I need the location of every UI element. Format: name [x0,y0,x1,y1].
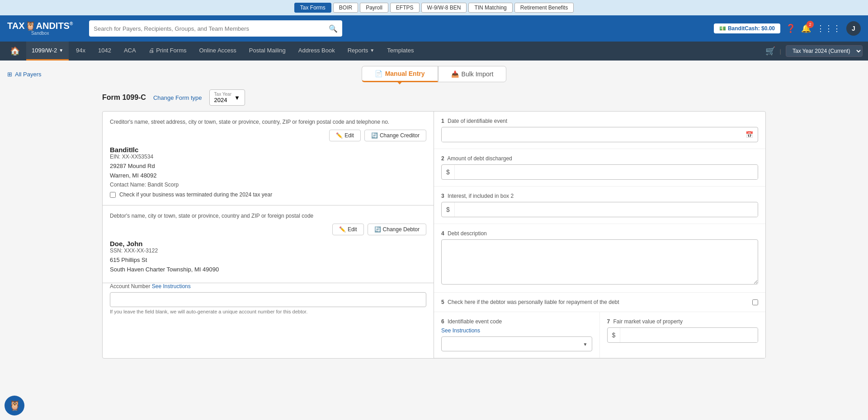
topbar-payroll[interactable]: Payroll [360,3,388,13]
fair-market-input[interactable] [620,328,758,342]
contact-name: Bandit Scorp [147,182,179,188]
cart-icon[interactable]: 🛒 [765,46,775,56]
field-4-description: 4 Debt description [434,224,765,293]
amount-input[interactable]: 480.00 [455,165,758,179]
nav-right: 🛒 | Tax Year 2024 (Current) [765,45,863,57]
tab-active-indicator [396,81,403,84]
help-button[interactable]: ❓ [786,23,796,33]
debt-description-textarea[interactable] [441,239,758,285]
apps-button[interactable]: ⋮⋮⋮ [816,23,841,33]
field-2-label: 2 Amount of debt discharged [441,155,758,162]
field-2-amount: 2 Amount of debt discharged $ 480.00 [434,149,765,187]
nav-item-postal-mailing[interactable]: Postal Mailing [244,42,291,61]
nav-item-aca[interactable]: ACA [118,42,142,61]
debtor-edit-icon: ✏️ [339,226,346,233]
debtor-section-label: Debtor's name, city or town, state or pr… [110,213,426,219]
account-see-instructions-link[interactable]: See Instructions [152,283,191,289]
form-title: Form 1099-C [102,93,146,102]
field-6-see-instructions[interactable]: See Instructions [441,327,592,334]
change-creditor-icon: 🔄 [371,132,378,139]
chevron-down-icon-taxyear: ▼ [234,94,240,101]
nav: 🏠 1099/W-2 ▼ 94x 1042 ACA 🖨 Print Forms … [0,42,868,61]
tax-year-select[interactable]: Tax Year 2024 (Current) [786,45,863,57]
nav-item-online-access[interactable]: Online Access [193,42,241,61]
form-right: 1 Date of identifiable event 12/30/2024 … [434,112,765,358]
avatar[interactable]: J [846,21,861,36]
topbar-boir[interactable]: BOIR [333,3,358,13]
debtor-address1: 615 Phillips St [110,257,426,263]
bandit-cash-icon: 💵 [719,25,726,32]
field-6-event-code: 6 Identifiable event code See Instructio… [434,312,600,358]
creditor-terminated-label: Check if your business was terminated du… [119,191,272,198]
interest-input[interactable]: 0.00 [455,203,758,217]
debtor-change-button[interactable]: 🔄 Change Debtor [368,224,426,235]
form-left: Creditor's name, street address, city or… [103,112,434,358]
nav-item-reports[interactable]: Reports ▼ [342,42,380,61]
debtor-address2: South Haven Charter Township, MI 49090 [110,266,426,273]
event-code-select[interactable] [441,336,592,351]
event-code-select-wrapper [441,336,592,351]
search-input[interactable] [94,25,329,32]
creditor-contact: Contact Name: Bandit Scorp [110,182,426,188]
change-form-type-link[interactable]: Change Form type [153,94,202,101]
tab-manual-entry[interactable]: 📄 Manual Entry [362,66,438,82]
manual-entry-icon: 📄 [375,70,382,77]
tabs-row: 📄 Manual Entry 📥 Bulk Import [362,66,507,82]
topbar-tin[interactable]: TIN Matching [468,3,512,13]
nav-home[interactable]: 🏠 [5,46,24,56]
all-payers-link[interactable]: All Payers [15,71,42,78]
field-5-checkbox-row: 5 Check here if the debtor was personall… [434,293,765,312]
debtor-name: Doe, John [110,240,426,247]
fair-market-input-wrapper: $ [607,327,759,343]
field-5-checkbox[interactable] [752,299,758,305]
topbar-tax-forms[interactable]: Tax Forms [294,3,331,13]
creditor-edit-button[interactable]: ✏️ Edit [329,130,361,141]
creditor-change-button[interactable]: 🔄 Change Creditor [364,130,426,141]
header-right: 💵 BanditCash: $0.00 ❓ 🔔 2 ⋮⋮⋮ J [714,21,861,36]
nav-item-address-book[interactable]: Address Book [293,42,340,61]
tax-year-dropdown[interactable]: Tax Year 2024 ▼ [209,89,245,106]
field-7-label: 7 Fair market value of property [607,318,759,325]
field-3-label: 3 Interest, if included in box 2 [441,193,758,199]
tab-bulk-import[interactable]: 📥 Bulk Import [438,66,507,82]
topbar-w9[interactable]: W-9/W-8 BEN [421,3,467,13]
bandit-cash[interactable]: 💵 BanditCash: $0.00 [714,23,780,33]
nav-item-1099w2[interactable]: 1099/W-2 ▼ [26,42,69,61]
creditor-section: Creditor's name, street address, city or… [103,112,434,205]
account-input[interactable] [110,292,426,307]
breadcrumb-row: ⊞ All Payers 📄 Manual Entry 📥 Bulk Impor… [0,61,868,82]
account-hint: If you leave the field blank, we will au… [110,309,426,314]
logo: TAX🦉ANDITS® Sandbox [7,21,73,36]
account-section: Account Number See Instructions If you l… [103,283,434,322]
search-bar[interactable]: 🔍 [89,20,342,37]
print-icon: 🖨 [149,47,155,54]
creditor-terminated-checkbox[interactable] [110,192,116,198]
nav-item-print-forms[interactable]: 🖨 Print Forms [143,42,192,61]
date-input-wrapper: 12/30/2024 📅 [441,127,758,142]
field-4-label: 4 Debt description [441,230,758,237]
grid-icon: ⊞ [7,71,12,78]
logo-sub: Sandbox [31,31,49,36]
topbar-retirement[interactable]: Retirement Benefits [514,3,574,13]
tax-year-dropdown-value: 2024 [214,97,227,103]
form-header: Form 1099-C Change Form type Tax Year 20… [102,89,766,106]
notification-badge: 2 [807,21,814,28]
creditor-name: BanditIlc [110,146,426,154]
calendar-icon[interactable]: 📅 [741,127,758,142]
debtor-ssn: SSN: XXX-XX-3122 [110,247,426,254]
breadcrumb[interactable]: ⊞ All Payers [7,71,42,78]
bulk-import-icon: 📥 [451,70,459,78]
date-input[interactable]: 12/30/2024 [442,128,741,142]
nav-item-1042[interactable]: 1042 [93,42,117,61]
notifications-button[interactable]: 🔔 2 [801,23,811,33]
main-content: Form 1099-C Change Form type Tax Year 20… [95,82,773,366]
creditor-ein: EIN: XX-XX53534 [110,154,426,160]
nav-item-templates[interactable]: Templates [382,42,419,61]
nav-item-94x[interactable]: 94x [71,42,91,61]
search-icon: 🔍 [329,24,338,33]
topbar-eftps[interactable]: EFTPS [390,3,420,13]
debtor-edit-button[interactable]: ✏️ Edit [332,224,364,235]
debtor-action-btns: ✏️ Edit 🔄 Change Debtor [110,224,426,235]
field-1-label: 1 Date of identifiable event [441,118,758,124]
edit-icon: ✏️ [336,132,343,139]
